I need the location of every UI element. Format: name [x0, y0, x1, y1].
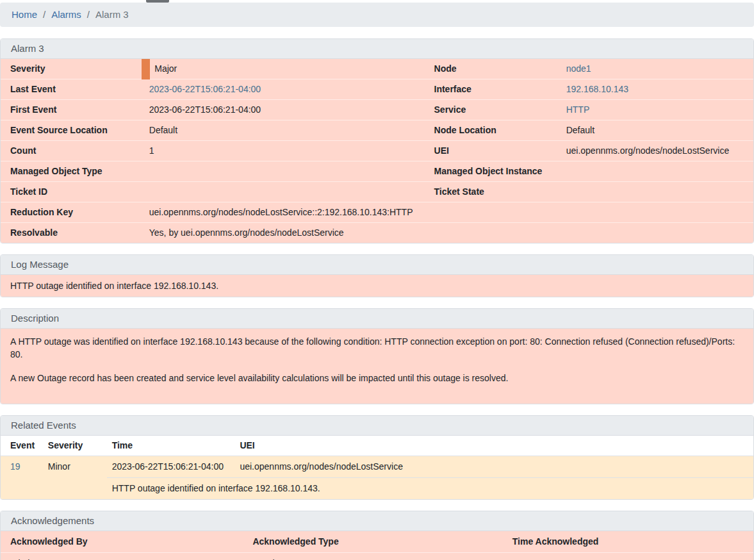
alarm-panel-title: Alarm 3	[1, 39, 753, 59]
severity-value: Major	[146, 59, 425, 79]
table-row: First Event 2023-06-22T15:06:21-04:00 Se…	[1, 100, 753, 120]
first-event-label: First Event	[1, 100, 146, 120]
node-location-label: Node Location	[425, 120, 563, 141]
acknowledged-type-value: Escalate	[247, 553, 507, 560]
description-paragraph: A new Outage record has been created and…	[10, 372, 744, 384]
alarm-detail-table: Severity Major Node node1 Last Event 202…	[1, 59, 753, 243]
time-column-header: Time	[107, 436, 235, 456]
severity-label: Severity	[1, 59, 146, 79]
node-link[interactable]: node1	[566, 63, 591, 74]
description-panel: Description A HTTP outage was identified…	[0, 308, 754, 404]
acknowledgements-panel: Acknowledgements Acknowledged By Acknowl…	[0, 511, 754, 560]
interface-label: Interface	[425, 79, 563, 100]
reduction-key-value: uei.opennms.org/nodes/nodeLostService::2…	[146, 202, 753, 223]
breadcrumb-alarms-link[interactable]: Alarms	[51, 8, 81, 21]
breadcrumb-current: Alarm 3	[95, 8, 129, 21]
description-paragraph: A HTTP outage was identified on interfac…	[10, 335, 744, 361]
acknowledgements-panel-title: Acknowledgements	[1, 511, 753, 531]
managed-object-type-value	[146, 161, 425, 182]
managed-object-instance-value	[563, 161, 753, 182]
uei-column-header: UEI	[234, 436, 753, 456]
related-events-panel: Related Events Event Severity Time UEI 1…	[0, 415, 754, 500]
table-row: Severity Major Node node1	[1, 59, 753, 79]
empty-cell	[1, 478, 107, 500]
table-row: Event Source Location Default Node Locat…	[1, 120, 753, 141]
acknowledged-by-value: admin	[1, 553, 247, 560]
breadcrumb-separator: /	[81, 8, 95, 21]
breadcrumb: Home / Alarms / Alarm 3	[0, 3, 754, 27]
last-event-link[interactable]: 2023-06-22T15:06:21-04:00	[149, 84, 261, 94]
log-message-text: HTTP outage identified on interface 192.…	[1, 275, 753, 297]
ticket-id-label: Ticket ID	[1, 182, 146, 202]
description-panel-title: Description	[1, 309, 753, 329]
event-log-message: HTTP outage identified on interface 192.…	[107, 478, 753, 500]
acknowledged-by-column-header: Acknowledged By	[1, 531, 247, 553]
event-time: 2023-06-22T15:06:21-04:00	[107, 456, 235, 478]
reduction-key-label: Reduction Key	[1, 202, 146, 223]
first-event-value: 2023-06-22T15:06:21-04:00	[146, 100, 425, 120]
event-severity: Minor	[43, 456, 107, 478]
table-row: HTTP outage identified on interface 192.…	[1, 478, 753, 500]
log-message-panel-title: Log Message	[1, 255, 753, 275]
ticket-state-value	[563, 182, 753, 202]
related-events-table: Event Severity Time UEI 19 Minor 2023-06…	[1, 436, 753, 499]
table-row: Managed Object Type Managed Object Insta…	[1, 161, 753, 182]
node-label: Node	[425, 59, 563, 79]
count-value: 1	[146, 141, 425, 161]
managed-object-instance-label: Managed Object Instance	[425, 161, 563, 182]
description-body: A HTTP outage was identified on interfac…	[1, 329, 753, 404]
table-row: Count 1 UEI uei.opennms.org/nodes/nodeLo…	[1, 141, 753, 161]
table-row: Last Event 2023-06-22T15:06:21-04:00 Int…	[1, 79, 753, 100]
severity-column-header: Severity	[43, 436, 107, 456]
acknowledged-type-column-header: Acknowledged Type	[247, 531, 507, 553]
interface-link[interactable]: 192.168.10.143	[566, 84, 628, 94]
event-column-header: Event	[1, 436, 43, 456]
event-id-link[interactable]: 19	[10, 461, 20, 472]
event-source-location-label: Event Source Location	[1, 120, 146, 141]
ticket-id-value	[146, 182, 425, 202]
related-events-panel-title: Related Events	[1, 416, 753, 436]
time-acknowledged-column-header: Time Acknowledged	[507, 531, 753, 553]
managed-object-type-label: Managed Object Type	[1, 161, 146, 182]
last-event-label: Last Event	[1, 79, 146, 100]
node-location-value: Default	[563, 120, 753, 141]
event-source-location-value: Default	[146, 120, 425, 141]
table-row: Ticket ID Ticket State	[1, 182, 753, 202]
log-message-panel: Log Message HTTP outage identified on in…	[0, 254, 754, 297]
service-link[interactable]: HTTP	[566, 104, 590, 115]
acknowledgements-table: Acknowledged By Acknowledged Type Time A…	[1, 531, 753, 560]
resolvable-value: Yes, by uei.opennms.org/nodes/nodeLostSe…	[146, 223, 753, 243]
table-row: 19 Minor 2023-06-22T15:06:21-04:00 uei.o…	[1, 456, 753, 478]
count-label: Count	[1, 141, 146, 161]
time-acknowledged-value: 2023-06-22T15:07:20-04:00	[507, 553, 753, 560]
table-header-row: Event Severity Time UEI	[1, 436, 753, 456]
table-row: admin Escalate 2023-06-22T15:07:20-04:00	[1, 553, 753, 560]
ticket-state-label: Ticket State	[425, 182, 563, 202]
event-uei: uei.opennms.org/nodes/nodeLostService	[234, 456, 753, 478]
alarm-detail-panel: Alarm 3 Severity Major Node node1 Last E…	[0, 38, 754, 243]
uei-label: UEI	[425, 141, 563, 161]
table-header-row: Acknowledged By Acknowledged Type Time A…	[1, 531, 753, 553]
service-label: Service	[425, 100, 563, 120]
table-row: Resolvable Yes, by uei.opennms.org/nodes…	[1, 223, 753, 243]
breadcrumb-home-link[interactable]: Home	[12, 8, 37, 21]
table-row: Reduction Key uei.opennms.org/nodes/node…	[1, 202, 753, 223]
uei-value: uei.opennms.org/nodes/nodeLostService	[563, 141, 753, 161]
cutoff-navbar-artifact	[146, 0, 169, 3]
breadcrumb-separator: /	[37, 8, 51, 21]
resolvable-label: Resolvable	[1, 223, 146, 243]
